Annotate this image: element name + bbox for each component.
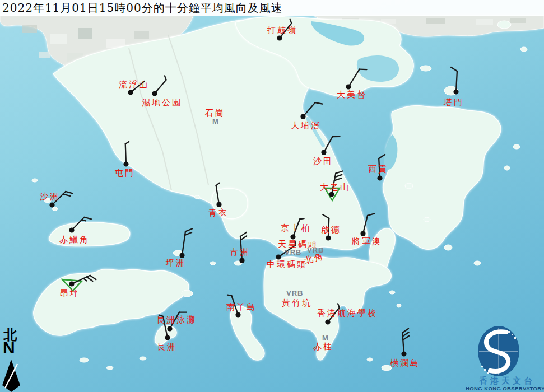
station-label-7: 大埔滘 bbox=[291, 121, 321, 130]
map-canvas: 打鼓嶺流浮山濕地公園石崗M大美督塔門大埔滘沙田西貢大老山屯門沙洲赤鱲角青衣京士柏… bbox=[0, 0, 544, 392]
station-label-1: 打鼓嶺 bbox=[267, 26, 297, 35]
station-label-19: 中環碼頭 bbox=[267, 260, 307, 269]
station-label-29: 長洲 bbox=[157, 342, 177, 352]
station-label-10: 大老山 bbox=[320, 183, 350, 192]
station-label-8: 沙田 bbox=[313, 157, 333, 166]
map-title: 2022年11月01日15時00分的十分鐘平均風向及風速 bbox=[2, 1, 283, 16]
station-label-16: 啟德 bbox=[321, 225, 341, 235]
station-status-25: VRB bbox=[286, 290, 303, 297]
station-label-28: 長洲泳灘 bbox=[156, 315, 197, 325]
station-label-6: 塔門 bbox=[444, 98, 464, 108]
station-label-21: 坪洲 bbox=[166, 258, 186, 268]
station-label-14: 青衣 bbox=[208, 208, 229, 218]
station-label-26: 香港航海學校 bbox=[317, 309, 378, 318]
hko-logo: 香港天文台 HONG KONG OBSERVATORY bbox=[457, 324, 544, 392]
station-label-30: 橫瀾島 bbox=[390, 358, 420, 368]
station-label-12: 沙洲 bbox=[40, 192, 60, 202]
station-label-17: 將軍澳 bbox=[352, 237, 382, 246]
station-label-22: 青洲 bbox=[230, 248, 250, 257]
north-compass: 北 N bbox=[0, 325, 25, 392]
station-label-13: 赤鱲角 bbox=[59, 235, 90, 245]
station-label-3: 濕地公園 bbox=[142, 98, 182, 108]
station-status-27: M bbox=[322, 334, 329, 342]
station-status-4: M bbox=[212, 118, 219, 125]
station-label-2: 流浮山 bbox=[119, 80, 149, 90]
station-label-9: 西貢 bbox=[368, 165, 388, 174]
station-label-27: 赤柱 bbox=[313, 342, 333, 352]
title-bar: 2022年11月01日15時00分的十分鐘平均風向及風速 bbox=[0, 0, 544, 16]
station-status-20: VRB bbox=[307, 246, 324, 254]
station-label-5: 大美督 bbox=[337, 90, 367, 100]
station-label-25: 黃竹坑 bbox=[282, 298, 312, 308]
station-label-11: 屯門 bbox=[115, 169, 135, 178]
station-label-15: 京士柏 bbox=[281, 223, 311, 233]
station-label-24: 南丫島 bbox=[226, 302, 257, 312]
logo-name-en: HONG KONG OBSERVATORY bbox=[463, 385, 544, 391]
north-arrow-icon bbox=[0, 325, 25, 392]
station-label-23: 昂坪 bbox=[60, 288, 80, 298]
station-status-18: VRB bbox=[285, 249, 301, 256]
